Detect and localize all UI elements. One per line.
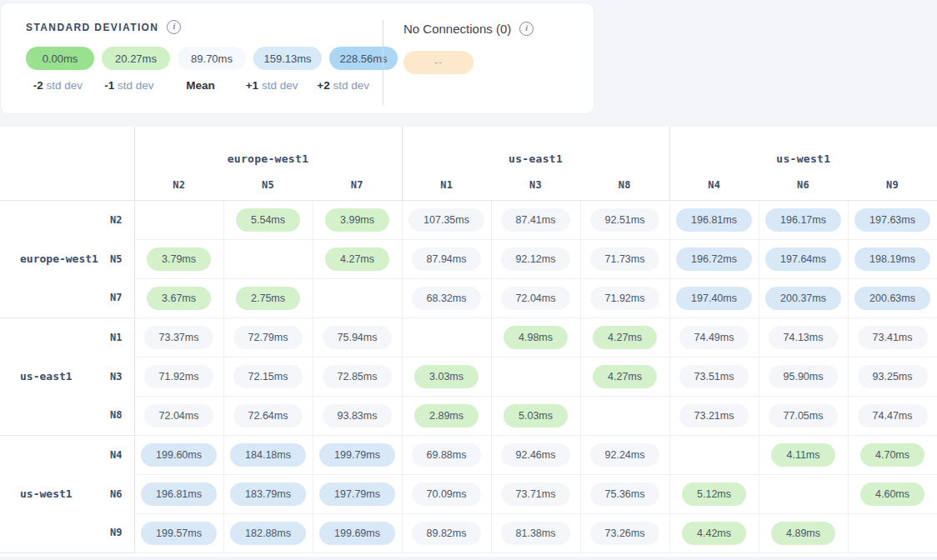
latency-cell[interactable]: 4.11ms <box>759 435 848 474</box>
latency-cell[interactable]: 2.75ms <box>223 278 313 318</box>
latency-cell[interactable]: 75.94ms <box>313 318 402 357</box>
row-node-header: N7 <box>98 278 134 318</box>
latency-chip: 89.82ms <box>412 522 482 545</box>
latency-cell[interactable]: 95.90ms <box>759 357 848 396</box>
no-connections-chip: -- <box>403 51 474 74</box>
latency-cell[interactable]: 5.03ms <box>491 396 580 435</box>
legend-label: +1 std dev <box>240 79 304 92</box>
latency-cell[interactable]: 199.57ms <box>134 513 223 552</box>
legend-chip: 0.00ms <box>26 47 94 70</box>
latency-cell[interactable]: 3.79ms <box>134 239 223 278</box>
latency-cell[interactable]: 71.73ms <box>580 239 669 278</box>
latency-chip: 69.88ms <box>412 443 482 467</box>
latency-cell[interactable]: 72.15ms <box>223 357 313 396</box>
latency-cell[interactable]: 92.12ms <box>491 239 580 278</box>
latency-cell[interactable]: 182.88ms <box>223 513 313 552</box>
latency-cell[interactable]: 71.92ms <box>580 278 669 318</box>
latency-cell[interactable]: 73.26ms <box>580 513 669 552</box>
latency-cell[interactable]: 183.79ms <box>223 474 313 513</box>
latency-cell[interactable]: 89.82ms <box>402 513 491 552</box>
latency-cell[interactable]: 73.41ms <box>848 318 937 357</box>
latency-cell[interactable]: 72.64ms <box>223 396 313 435</box>
latency-chip: 2.75ms <box>236 287 300 310</box>
latency-cell[interactable]: 87.94ms <box>402 239 491 278</box>
latency-cell[interactable]: 73.21ms <box>669 396 759 435</box>
latency-cell[interactable]: 200.63ms <box>848 278 937 318</box>
latency-chip: 72.04ms <box>144 404 214 428</box>
latency-cell[interactable]: 70.09ms <box>402 474 491 513</box>
latency-cell[interactable]: 73.71ms <box>491 474 580 513</box>
latency-chip: 73.71ms <box>501 482 571 506</box>
latency-cell[interactable]: 75.36ms <box>580 474 669 513</box>
latency-cell[interactable]: 74.47ms <box>848 396 937 435</box>
latency-cell[interactable]: 199.60ms <box>134 435 223 474</box>
latency-cell[interactable]: 69.88ms <box>402 435 491 474</box>
row-node-header: N2 <box>98 200 134 239</box>
latency-cell[interactable]: 4.42ms <box>669 513 759 552</box>
latency-chip: 199.57ms <box>141 522 217 545</box>
latency-matrix: europe-west1us-east1us-west1N2N5N7N1N3N8… <box>0 127 937 557</box>
latency-cell[interactable]: 92.46ms <box>491 435 580 474</box>
latency-chip: 77.05ms <box>769 404 839 428</box>
latency-chip: 74.49ms <box>679 326 749 349</box>
latency-cell[interactable]: 196.81ms <box>134 474 223 513</box>
latency-cell[interactable]: 200.37ms <box>759 278 848 318</box>
row-group-region: us-east1 <box>0 318 98 435</box>
col-node-header: N6 <box>759 170 848 200</box>
latency-cell[interactable]: 74.13ms <box>759 318 848 357</box>
latency-cell[interactable]: 77.05ms <box>759 396 848 435</box>
latency-cell[interactable]: 4.27ms <box>580 357 669 396</box>
latency-cell[interactable]: 199.69ms <box>313 513 402 552</box>
latency-cell[interactable]: 87.41ms <box>491 200 580 239</box>
col-node-header: N5 <box>223 170 313 200</box>
latency-chip: 4.42ms <box>682 522 746 545</box>
latency-cell[interactable]: 68.32ms <box>402 278 491 318</box>
latency-cell[interactable]: 73.51ms <box>669 357 759 396</box>
latency-cell[interactable]: 196.81ms <box>669 200 759 239</box>
latency-cell[interactable]: 72.04ms <box>491 278 580 318</box>
latency-cell[interactable]: 73.37ms <box>134 318 223 357</box>
latency-chip: 81.38ms <box>501 522 571 545</box>
table-row: N872.04ms72.64ms93.83ms2.89ms5.03ms73.21… <box>0 396 937 435</box>
latency-cell[interactable]: 3.67ms <box>134 278 223 318</box>
latency-cell[interactable]: 4.60ms <box>848 474 937 513</box>
latency-cell[interactable]: 92.24ms <box>580 435 669 474</box>
latency-chip: 196.81ms <box>141 482 217 506</box>
latency-cell[interactable]: 72.04ms <box>134 396 223 435</box>
latency-cell[interactable]: 197.79ms <box>313 474 402 513</box>
latency-chip: 87.41ms <box>501 208 571 232</box>
latency-cell[interactable]: 196.17ms <box>759 200 848 239</box>
latency-cell[interactable]: 197.64ms <box>759 239 848 278</box>
latency-cell[interactable]: 72.79ms <box>223 318 313 357</box>
latency-cell[interactable]: 81.38ms <box>491 513 580 552</box>
latency-cell[interactable]: 197.63ms <box>848 200 937 239</box>
latency-cell[interactable]: 107.35ms <box>402 200 491 239</box>
latency-cell[interactable]: 197.40ms <box>669 278 759 318</box>
latency-cell[interactable]: 199.79ms <box>313 435 402 474</box>
latency-cell[interactable]: 72.85ms <box>313 357 402 396</box>
latency-cell[interactable]: 4.89ms <box>759 513 848 552</box>
info-icon[interactable]: i <box>519 22 534 36</box>
latency-cell[interactable]: 184.18ms <box>223 435 313 474</box>
latency-cell[interactable]: 93.25ms <box>848 357 937 396</box>
latency-cell[interactable]: 71.92ms <box>134 357 223 396</box>
latency-cell[interactable]: 3.99ms <box>313 200 402 239</box>
latency-cell[interactable]: 5.12ms <box>669 474 759 513</box>
latency-cell[interactable]: 2.89ms <box>402 396 491 435</box>
info-icon[interactable]: i <box>167 20 181 34</box>
latency-cell[interactable]: 93.83ms <box>313 396 402 435</box>
latency-cell[interactable]: 4.27ms <box>313 239 402 278</box>
latency-cell[interactable]: 92.51ms <box>580 200 669 239</box>
latency-chip: 3.79ms <box>147 248 211 271</box>
latency-cell[interactable]: 4.27ms <box>580 318 669 357</box>
latency-cell[interactable]: 4.98ms <box>491 318 580 357</box>
latency-cell[interactable]: 3.03ms <box>402 357 491 396</box>
latency-cell[interactable]: 198.19ms <box>848 239 937 278</box>
legend-chip: 89.70ms <box>178 47 246 70</box>
latency-cell-empty <box>669 435 759 474</box>
latency-cell[interactable]: 196.72ms <box>669 239 759 278</box>
latency-cell[interactable]: 5.54ms <box>223 200 313 239</box>
latency-cell[interactable]: 4.70ms <box>848 435 937 474</box>
latency-cell[interactable]: 74.49ms <box>669 318 759 357</box>
latency-chip: 196.72ms <box>676 248 752 271</box>
